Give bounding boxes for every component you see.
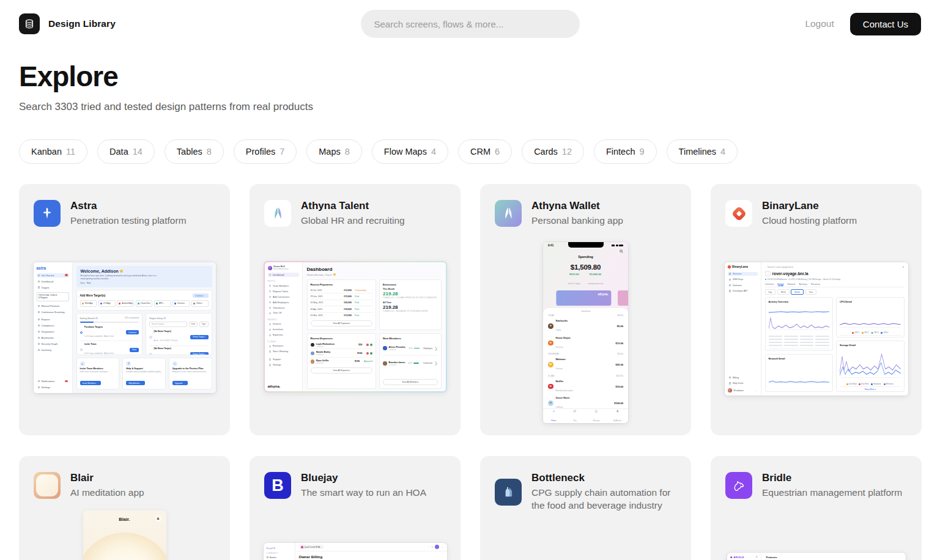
app-card-athyna-talent[interactable]: Athyna Talent Global HR and recruiting G… [250,184,461,435]
filter-chip-crm[interactable]: CRM6 [458,139,512,164]
app-card-bottleneck[interactable]: Bottleneck CPG supply chain automation f… [480,456,691,560]
app-description: Penetration testing platform [70,214,187,227]
app-description: Global HR and recruiting [301,214,405,227]
contact-us-button[interactable]: Contact Us [850,13,921,35]
app-description: Cloud hosting platform [762,214,857,227]
filter-count: 6 [495,147,500,157]
filter-chip-tables[interactable]: Tables8 [165,139,224,164]
astra-thumb-sidebar: astra Get Started Dashboard Targets PERS… [34,262,73,393]
blair-thumbnail: Blair. ♟ [83,510,166,560]
app-title: BinaryLane [762,200,857,212]
filter-label: Fintech [606,147,635,157]
filter-label: Profiles [246,147,275,157]
status-icons [612,245,623,247]
app-title: Astra [70,200,187,212]
search-input[interactable] [361,10,580,38]
filter-count: 8 [207,147,212,157]
tab-myathyna: ♟MyAthyna [607,409,628,424]
refresh-icon: ↻ [431,545,433,548]
brand-name: Design Library [48,18,116,29]
sun-glow [83,532,166,560]
hero: Explore Search 3303 tried and tested des… [0,48,940,113]
filter-count: 8 [345,147,350,157]
horse-icon: ♞ [730,556,733,559]
brand[interactable]: Design Library [19,13,116,34]
filter-chip-kanban[interactable]: Kanban11 [19,139,87,164]
bell-icon: ○ [428,546,429,548]
app-card-binarylane[interactable]: BinaryLane Cloud hosting platform Binary… [711,184,922,435]
filter-count: 14 [133,147,142,157]
app-card-grid: Astra Penetration testing platform astra… [19,184,921,560]
page-subtitle: Search 3303 tried and tested design patt… [19,101,921,113]
app-title: Bluejay [301,472,426,484]
gear-icon: ⚙ [903,266,905,268]
filter-label: Cards [534,147,558,157]
filter-chip-cards[interactable]: Cards12 [522,139,584,164]
app-card-athyna-wallet[interactable]: Athyna Wallet Personal banking app 9:41 … [480,184,691,435]
pay-icon: ⇄ [564,409,586,413]
binarylane-thumb-sidebar: BinaryLane Services SSH Keys Domains Dev… [725,262,761,396]
tab-home: ⌂Home [543,409,564,424]
filter-count: 9 [640,147,645,157]
app-description: Equestrian management platform [762,486,902,499]
bluejay-thumbnail: BluejayHOA COMMUNITY Homes Quail Creek H… [264,543,447,560]
astra-thumb-main: Welcome, Addison Excited to have you her… [73,262,216,393]
app-description: CPG supply chain automation for the food… [531,486,676,512]
filter-count: 7 [279,147,284,157]
logout-link[interactable]: Logout [805,18,834,29]
binarylane-thumbnail: BinaryLane Services SSH Keys Domains Dev… [725,262,908,396]
app-description: The smart way to run an HOA [301,486,426,499]
page-title: Explore [19,60,921,93]
binarylane-thumb-main: ← Servers / rover-voyage.bnr.la⚙ rover-v… [761,262,908,396]
filter-label: CRM [470,147,490,157]
manage-icon: ◎ [586,409,607,413]
avatar [435,545,439,549]
filter-count: 4 [720,147,725,157]
bottleneck-app-icon [495,479,522,506]
filter-label: Kanban [31,147,62,157]
athyna-wallet-thumbnail: 9:41 Spending $1,509.80 $512.00left for … [543,242,628,423]
home-icon: ⌂ [543,409,564,413]
app-card-bridle[interactable]: Bridle Equestrian management platform ♞ … [711,456,922,560]
filter-count: 4 [431,147,436,157]
app-card-astra[interactable]: Astra Penetration testing platform astra… [19,184,230,435]
bridle-thumbnail: ♞ BRIDLE ↺ Finances [727,553,906,560]
app-title: Athyna Wallet [531,200,623,212]
filter-chip-data[interactable]: Data14 [97,139,155,164]
tab-manage: ◎Manage [586,409,607,424]
filter-chip-flow-maps[interactable]: Flow Maps4 [372,139,448,164]
astra-thumbnail: astra Get Started Dashboard Targets PERS… [34,262,216,393]
phone-notch [568,242,604,248]
app-title: Bottleneck [531,472,676,484]
app-title: Blair [70,472,144,484]
app-title: Bridle [762,472,902,484]
filter-chip-fintech[interactable]: Fintech9 [594,139,657,164]
athyna-talent-app-icon [264,200,291,227]
binarylane-app-icon [725,200,752,227]
app-title: Athyna Talent [301,200,405,212]
bridle-app-icon [725,472,752,499]
talent-thumb-main: Dashboard Good afternoon, Grace! Recent … [303,262,446,391]
app-card-bluejay[interactable]: B Bluejay The smart way to run an HOA Bl… [250,456,461,560]
athyna-wallet-app-icon [495,200,522,227]
athyna-card: athyna. [556,290,611,306]
filter-chip-profiles[interactable]: Profiles7 [234,139,297,164]
filter-label: Maps [319,147,340,157]
design-library-logo-icon [19,13,40,34]
top-bar: Design Library Logout Contact Us [0,0,940,48]
athyna-talent-thumbnail: Grace BellNever Before Seen Dashboard Pe… [264,261,447,392]
filter-chip-timelines[interactable]: Timelines4 [667,139,738,164]
filter-count: 11 [66,147,75,157]
search-icon [620,249,623,253]
app-description: AI meditation app [70,486,144,499]
app-description: Personal banking app [531,214,623,227]
profile-icon: ♟ [155,515,162,522]
app-card-blair[interactable]: Blair AI meditation app Blair. ♟ [19,456,230,560]
talent-thumb-sidebar: Grace BellNever Before Seen Dashboard Pe… [265,262,303,391]
blair-app-icon [34,472,61,499]
filter-label: Timelines [679,147,717,157]
collapse-icon: ↺ [755,556,757,558]
astra-app-icon [34,200,61,227]
profile-icon: ♟ [607,409,628,413]
filter-chip-maps[interactable]: Maps8 [306,139,362,164]
